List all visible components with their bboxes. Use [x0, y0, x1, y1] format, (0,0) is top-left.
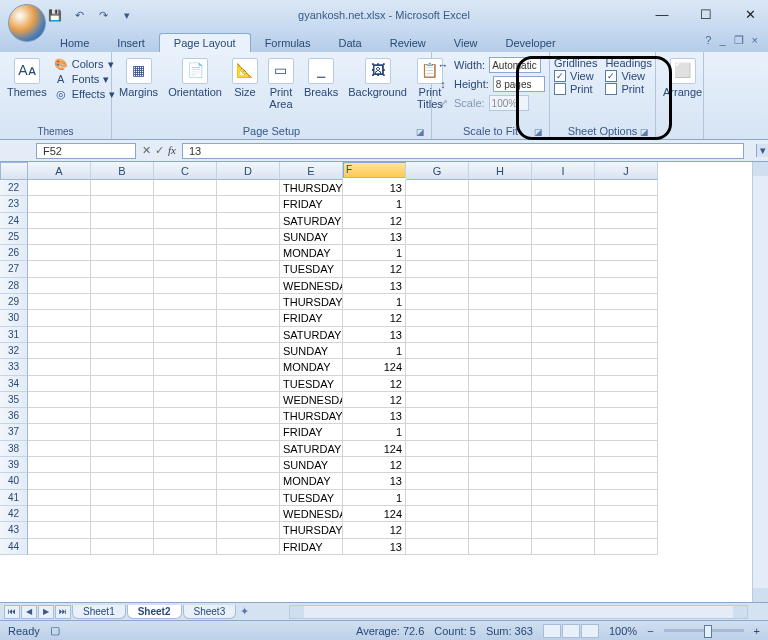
cell[interactable] [154, 392, 217, 408]
cell[interactable]: 124 [343, 359, 406, 375]
cell[interactable] [532, 180, 595, 196]
cell[interactable]: 13 [343, 278, 406, 294]
cell[interactable] [469, 359, 532, 375]
cell[interactable]: 13 [343, 473, 406, 489]
cell[interactable] [91, 457, 154, 473]
cell[interactable] [154, 278, 217, 294]
cell[interactable] [595, 310, 658, 326]
cell[interactable] [154, 180, 217, 196]
cell[interactable]: 13 [343, 229, 406, 245]
cell[interactable] [91, 424, 154, 440]
cell[interactable] [28, 261, 91, 277]
cell[interactable] [406, 424, 469, 440]
macro-record-icon[interactable]: ▢ [50, 624, 60, 637]
cell[interactable] [595, 180, 658, 196]
column-header-e[interactable]: E [280, 162, 343, 180]
cell[interactable] [469, 473, 532, 489]
cell[interactable] [406, 278, 469, 294]
cell[interactable]: 124 [343, 506, 406, 522]
cell[interactable] [532, 359, 595, 375]
tab-formulas[interactable]: Formulas [251, 34, 325, 52]
cell[interactable]: SATURDAY [280, 327, 343, 343]
cell[interactable] [91, 327, 154, 343]
cell[interactable] [469, 327, 532, 343]
row-header[interactable]: 32 [0, 343, 28, 359]
help-icon[interactable]: ? [705, 34, 711, 47]
cell[interactable] [91, 310, 154, 326]
cell[interactable] [469, 457, 532, 473]
name-box[interactable]: F52 [36, 143, 136, 159]
row-header[interactable]: 25 [0, 229, 28, 245]
cell[interactable] [91, 408, 154, 424]
cell[interactable] [217, 359, 280, 375]
sheet-tab-sheet1[interactable]: Sheet1 [72, 605, 126, 619]
cell[interactable] [91, 261, 154, 277]
row-header[interactable]: 31 [0, 327, 28, 343]
row-header[interactable]: 38 [0, 441, 28, 457]
cell[interactable]: TUESDAY [280, 490, 343, 506]
cell[interactable] [406, 441, 469, 457]
cell[interactable] [28, 441, 91, 457]
cell[interactable] [595, 376, 658, 392]
cell[interactable] [595, 196, 658, 212]
cell[interactable] [406, 196, 469, 212]
cell[interactable] [595, 229, 658, 245]
cell[interactable] [469, 245, 532, 261]
cell[interactable] [595, 359, 658, 375]
undo-icon[interactable]: ↶ [70, 6, 88, 24]
cell[interactable] [532, 522, 595, 538]
sheet-tab-sheet3[interactable]: Sheet3 [183, 605, 237, 619]
cell[interactable] [532, 392, 595, 408]
cell[interactable]: 1 [343, 424, 406, 440]
cell[interactable] [469, 196, 532, 212]
cell[interactable] [28, 180, 91, 196]
colors-button[interactable]: 🎨Colors ▾ [54, 57, 115, 71]
cell[interactable] [91, 539, 154, 555]
size-button[interactable]: 📐Size [229, 56, 261, 100]
headings-print-checkbox[interactable] [605, 83, 617, 95]
cell[interactable] [28, 213, 91, 229]
row-header[interactable]: 30 [0, 310, 28, 326]
cell[interactable] [595, 473, 658, 489]
cell[interactable] [154, 327, 217, 343]
cell[interactable]: 12 [343, 261, 406, 277]
cell[interactable]: SATURDAY [280, 213, 343, 229]
cell[interactable]: MONDAY [280, 359, 343, 375]
cell[interactable] [469, 376, 532, 392]
cell[interactable] [28, 196, 91, 212]
cell[interactable] [154, 457, 217, 473]
cell[interactable] [154, 539, 217, 555]
tab-data[interactable]: Data [324, 34, 375, 52]
column-header-a[interactable]: A [28, 162, 91, 180]
cell[interactable] [217, 457, 280, 473]
tab-home[interactable]: Home [46, 34, 103, 52]
cell[interactable] [532, 441, 595, 457]
width-select[interactable]: Automatic [489, 57, 541, 73]
margins-button[interactable]: ▦Margins [116, 56, 161, 100]
cell[interactable] [406, 473, 469, 489]
cell[interactable] [595, 441, 658, 457]
cell[interactable] [28, 376, 91, 392]
cell[interactable] [406, 359, 469, 375]
cell[interactable]: THURSDAY [280, 180, 343, 196]
tab-insert[interactable]: Insert [103, 34, 159, 52]
cell[interactable] [217, 490, 280, 506]
cell[interactable] [469, 441, 532, 457]
cell[interactable] [595, 261, 658, 277]
sheet-tab-sheet2[interactable]: Sheet2 [127, 605, 182, 619]
row-header[interactable]: 37 [0, 424, 28, 440]
cell[interactable]: FRIDAY [280, 539, 343, 555]
cell[interactable] [217, 310, 280, 326]
cell[interactable]: SUNDAY [280, 229, 343, 245]
cell[interactable] [532, 294, 595, 310]
redo-icon[interactable]: ↷ [94, 6, 112, 24]
cell[interactable] [469, 310, 532, 326]
cell[interactable]: MONDAY [280, 473, 343, 489]
row-header[interactable]: 35 [0, 392, 28, 408]
page-break-view-button[interactable] [581, 624, 599, 638]
cell[interactable] [469, 506, 532, 522]
cell[interactable] [91, 229, 154, 245]
cell[interactable]: 12 [343, 392, 406, 408]
cell[interactable] [595, 539, 658, 555]
cell[interactable] [406, 490, 469, 506]
